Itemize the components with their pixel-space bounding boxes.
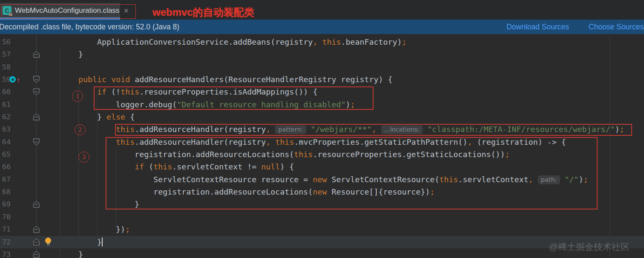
code-text: logger.debug("Default resource handling … — [41, 98, 355, 111]
line-number: 60 — [2, 86, 11, 98]
code-text: public void addResourceHandlers(Resource… — [41, 73, 393, 86]
fold-marker-icon[interactable] — [33, 113, 40, 120]
code-line-60: 60 if (!this.resourceProperties.isAddMap… — [0, 86, 644, 98]
code-line-71: 71 }); — [0, 223, 644, 235]
line-number: 57 — [2, 48, 11, 60]
tab-webmvcautoconfiguration[interactable]: C WebMvcAutoConfiguration.class × — [0, 3, 120, 18]
choose-sources-link[interactable]: Choose Sources... — [589, 23, 644, 32]
annotation-title: webmvc的自动装配类 — [152, 6, 254, 19]
code-text: this.addResourceHandler(registry, this.m… — [41, 136, 566, 148]
banner-message: Decompiled .class file, bytecode version… — [0, 23, 179, 32]
line-number: 61 — [2, 98, 11, 111]
fold-marker-icon[interactable] — [33, 251, 40, 258]
line-number: 71 — [2, 223, 11, 235]
line-number: 62 — [2, 111, 11, 123]
annotation-marker-3: 3 — [78, 152, 89, 163]
download-sources-link[interactable]: Download Sources — [506, 23, 569, 32]
code-line-57: 57 } — [0, 48, 644, 60]
line-number: 72 — [2, 236, 11, 248]
line-number: 73 — [2, 248, 11, 258]
watermark: @稀土掘金技术社区 — [549, 241, 630, 253]
code-text: }); — [41, 223, 130, 235]
tab-title: WebMvcAutoConfiguration.class — [15, 6, 119, 15]
fold-marker-icon[interactable] — [33, 201, 40, 208]
code-text: } — [41, 236, 103, 248]
code-line-72: 72 } — [0, 236, 644, 248]
parameter-hint-inlay: path: — [538, 175, 560, 184]
line-number: 64 — [2, 136, 11, 148]
decompiled-notification-banner: Decompiled .class file, bytecode version… — [0, 20, 644, 34]
fold-marker-icon[interactable] — [33, 226, 40, 233]
text-cursor — [102, 238, 103, 247]
fold-marker-icon[interactable] — [33, 238, 40, 246]
code-text: ServletContextResource resource = new Se… — [41, 173, 588, 186]
banner-links: Download SourcesChoose Sources... — [506, 20, 644, 34]
code-line-70: 70 — [0, 211, 644, 223]
code-line-65: 65 registration.addResourceLocations(thi… — [0, 148, 644, 161]
code-text: this.addResourceHandler(registry, patter… — [41, 123, 624, 135]
code-line-73: 73 } — [0, 248, 644, 258]
code-line-66: 66 if (this.servletContext != null) { — [0, 161, 644, 173]
line-number: 66 — [2, 161, 11, 173]
line-number: 58 — [2, 61, 11, 73]
line-number: 68 — [2, 186, 11, 198]
code-text: } else { — [41, 111, 135, 123]
class-file-icon: C — [3, 6, 12, 15]
code-text: } — [41, 198, 139, 210]
line-number: 70 — [2, 211, 11, 223]
line-number: 67 — [2, 173, 11, 186]
fold-marker-icon[interactable] — [33, 88, 40, 95]
code-line-67: 67 ServletContextResource resource = new… — [0, 173, 644, 186]
code-text: registration.addResourceLocations(this.r… — [41, 148, 510, 161]
line-number: 63 — [2, 123, 11, 135]
code-text: ApplicationConversionService.addBeans(re… — [41, 36, 407, 48]
code-text: registration.addResourceLocations(new Re… — [41, 186, 435, 198]
code-editor[interactable]: 56 ApplicationConversionService.addBeans… — [0, 34, 644, 258]
line-number: 56 — [2, 36, 11, 48]
code-text: } — [41, 48, 83, 60]
fold-marker-icon[interactable] — [33, 138, 40, 146]
annotation-marker-2: 2 — [75, 124, 86, 135]
editor-tab-bar: C WebMvcAutoConfiguration.class × — [0, 0, 644, 20]
line-number: 65 — [2, 148, 11, 161]
line-number: 69 — [2, 198, 11, 210]
annotation-marker-1: 1 — [72, 91, 83, 102]
close-icon[interactable]: × — [124, 7, 129, 14]
parameter-hint-inlay: ...locations: — [381, 125, 423, 134]
code-line-63: 63 this.addResourceHandler(registry, pat… — [0, 123, 644, 135]
code-text: } — [41, 248, 83, 258]
code-line-62: 62 } else { — [0, 111, 644, 123]
code-line-64: 64 this.addResourceHandler(registry, thi… — [0, 136, 644, 148]
fold-marker-icon[interactable] — [33, 76, 40, 83]
overrides-method-icon[interactable]: ↑ — [9, 75, 24, 83]
code-line-56: 56 ApplicationConversionService.addBeans… — [0, 36, 644, 48]
lock-icon — [9, 13, 12, 16]
code-line-68: 68 registration.addResourceLocations(new… — [0, 186, 644, 198]
code-line-59: 59↑ public void addResourceHandlers(Reso… — [0, 73, 644, 86]
fold-marker-icon[interactable] — [33, 51, 40, 58]
code-text: if (this.servletContext != null) { — [41, 161, 294, 173]
code-line-69: 69 } — [0, 198, 644, 210]
code-line-58: 58 — [0, 61, 644, 73]
parameter-hint-inlay: pattern: — [275, 125, 306, 134]
code-line-61: 61 logger.debug("Default resource handli… — [0, 98, 644, 111]
